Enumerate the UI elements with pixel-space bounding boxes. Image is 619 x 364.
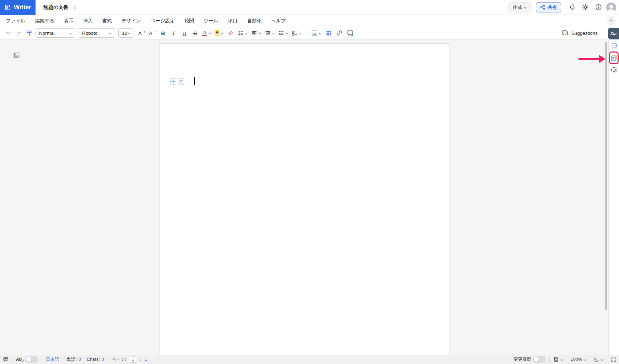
menu-design[interactable]: デザイン: [122, 18, 141, 24]
puzzle-icon: [611, 66, 618, 73]
menu-automation[interactable]: 自動化: [247, 18, 262, 24]
notifications-button[interactable]: [567, 2, 577, 13]
insert-table-button[interactable]: [324, 28, 333, 38]
line-spacing-button[interactable]: [237, 28, 249, 38]
vertical-scrollbar[interactable]: [605, 42, 607, 310]
menu-page-setup[interactable]: ページ設定: [151, 18, 175, 24]
indent-icon: [265, 30, 271, 36]
menu-insert[interactable]: 挿入: [83, 18, 93, 24]
menu-review[interactable]: 校閲: [184, 18, 194, 24]
chevron-down-icon: [272, 31, 275, 34]
menu-edit[interactable]: 編集する: [35, 18, 54, 24]
spellcheck-toggle[interactable]: [26, 356, 38, 363]
menu-help[interactable]: ヘルプ: [271, 18, 286, 24]
font-color-button[interactable]: A: [201, 28, 212, 38]
paragraph-options-button[interactable]: [178, 78, 184, 85]
fullscreen-icon: [611, 357, 616, 362]
zia-assistant-button[interactable]: Zia: [608, 28, 619, 39]
page-number-input[interactable]: 1: [130, 357, 136, 363]
chevron-down-icon: [524, 5, 527, 9]
track-changes-control[interactable]: 変更履歴: [513, 356, 546, 363]
page-separator: :: [140, 357, 141, 362]
strikethrough-button[interactable]: S: [190, 28, 200, 38]
wallet-panel-button[interactable]: [609, 42, 619, 49]
title-bar: Writer 無題の文書 ☆ 作成 共有: [0, 0, 619, 15]
zoom-control[interactable]: 100%: [571, 357, 586, 362]
plus-sign: +: [143, 30, 145, 34]
undo-button[interactable]: [4, 28, 13, 38]
create-button[interactable]: 作成: [508, 2, 531, 12]
menu-file[interactable]: ファイル: [6, 18, 25, 24]
chevron-up-icon: [610, 20, 613, 23]
spellcheck-control[interactable]: Ab: [16, 356, 38, 363]
decrease-font-size-button[interactable]: A−: [148, 28, 157, 38]
checklist-button[interactable]: [291, 28, 303, 38]
font-size-select[interactable]: 12: [118, 28, 134, 38]
bullet-list-button[interactable]: [277, 28, 289, 38]
menu-view[interactable]: 表示: [64, 18, 74, 24]
bold-button[interactable]: B: [158, 28, 168, 38]
spellcheck-icon: Ab: [16, 357, 22, 362]
zia-label: Zia: [610, 31, 617, 36]
page-view-mode-button[interactable]: [553, 357, 563, 362]
clear-formatting-button[interactable]: [226, 28, 235, 38]
italic-glyph: I: [173, 30, 174, 36]
word-count[interactable]: 単語: 0 Chars: 0: [67, 357, 104, 363]
track-changes-toggle[interactable]: [533, 356, 546, 363]
favorite-star-icon[interactable]: ☆: [72, 5, 77, 10]
italic-button[interactable]: I: [169, 28, 178, 38]
block-insert-tools: [170, 78, 184, 85]
suggestions-button[interactable]: Suggestions: [561, 30, 598, 36]
suggestions-label: Suggestions: [571, 31, 598, 36]
menu-tools[interactable]: ツール: [204, 18, 218, 24]
documents-panel-button[interactable]: [610, 54, 618, 62]
chevron-down-icon: [208, 31, 212, 34]
comments-status-button[interactable]: [3, 357, 9, 362]
annotation-highlight-box: [609, 51, 619, 64]
underline-button[interactable]: U: [180, 28, 189, 38]
status-divider: [108, 357, 108, 362]
chevron-down-icon: [128, 31, 131, 34]
avatar[interactable]: [606, 2, 616, 12]
collapse-toolbar-button[interactable]: [607, 16, 616, 25]
settings-button[interactable]: [580, 2, 591, 13]
words-value: 0: [79, 357, 81, 362]
document-title[interactable]: 無題の文書: [43, 4, 68, 11]
status-divider: [607, 357, 607, 362]
chevron-down-icon: [299, 31, 302, 34]
app-logo[interactable]: Writer: [0, 0, 36, 15]
chevron-down-icon: [245, 31, 248, 34]
highlight-color-button[interactable]: A: [214, 28, 225, 38]
document-page[interactable]: [159, 43, 450, 355]
text-cursor: [194, 77, 195, 85]
thumbnail-panel-toggle[interactable]: [13, 51, 20, 59]
extensions-panel-button[interactable]: [609, 66, 619, 73]
font-family-select[interactable]: Roboto: [79, 28, 115, 38]
night-mode-button[interactable]: [594, 357, 603, 362]
format-painter-button[interactable]: [25, 28, 34, 38]
increase-font-size-button[interactable]: A+: [137, 28, 146, 38]
insert-comment-button[interactable]: [345, 28, 355, 38]
align-button[interactable]: [250, 28, 262, 38]
align-left-icon: [251, 30, 257, 36]
line-spacing-icon: [238, 30, 244, 36]
add-block-button[interactable]: [170, 78, 176, 85]
language-selector[interactable]: 日本語: [46, 357, 59, 363]
chevron-down-icon: [285, 31, 289, 34]
fullscreen-button[interactable]: [611, 357, 616, 362]
insert-link-button[interactable]: [335, 28, 344, 38]
insert-image-button[interactable]: [310, 28, 323, 38]
indent-button[interactable]: [264, 28, 276, 38]
share-button[interactable]: 共有: [536, 2, 561, 12]
page-indicator: ページ: 1 : 1: [112, 357, 147, 363]
help-button[interactable]: [593, 2, 604, 13]
right-sidebar-rail: [608, 39, 619, 355]
zoom-value: 100%: [571, 357, 582, 362]
wallet-icon: [611, 42, 618, 49]
paragraph-style-select[interactable]: Normal: [36, 28, 75, 38]
menu-fields[interactable]: 項目: [228, 18, 237, 24]
redo-button[interactable]: [14, 28, 23, 38]
font-size-value: 12: [122, 31, 127, 36]
menu-format[interactable]: 書式: [102, 18, 112, 24]
underline-glyph: U: [183, 30, 187, 36]
